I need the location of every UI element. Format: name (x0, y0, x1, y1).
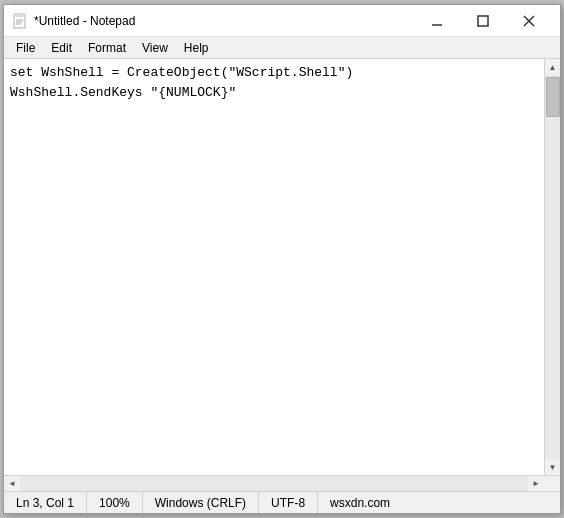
menu-file[interactable]: File (8, 39, 43, 57)
scroll-thumb-vertical[interactable] (546, 77, 560, 117)
zoom-level: 100% (87, 492, 143, 513)
close-button[interactable] (506, 5, 552, 37)
menu-bar: File Edit Format View Help (4, 37, 560, 59)
scroll-up-button[interactable]: ▲ (545, 59, 560, 75)
title-bar-left: *Untitled - Notepad (12, 13, 135, 29)
scrollbar-corner (544, 476, 560, 492)
scroll-left-button[interactable]: ◄ (4, 476, 20, 491)
notepad-icon (12, 13, 28, 29)
scroll-track-vertical[interactable] (545, 75, 560, 459)
horizontal-scrollbar: ◄ ► (4, 476, 544, 491)
cursor-position: Ln 3, Col 1 (4, 492, 87, 513)
line-ending: Windows (CRLF) (143, 492, 259, 513)
menu-help[interactable]: Help (176, 39, 217, 57)
menu-view[interactable]: View (134, 39, 176, 57)
svg-rect-6 (478, 16, 488, 26)
editor-container: set WshShell = CreateObject("WScript.She… (4, 59, 560, 475)
title-bar-buttons (414, 5, 552, 37)
notepad-window: *Untitled - Notepad File Ed (3, 4, 561, 514)
vertical-scrollbar: ▲ ▼ (544, 59, 560, 475)
status-bar: Ln 3, Col 1 100% Windows (CRLF) UTF-8 ws… (4, 491, 560, 513)
scroll-right-button[interactable]: ► (528, 476, 544, 491)
minimize-button[interactable] (414, 5, 460, 37)
website: wsxdn.com (318, 492, 402, 513)
horizontal-scrollbar-container: ◄ ► (4, 475, 560, 491)
menu-format[interactable]: Format (80, 39, 134, 57)
menu-edit[interactable]: Edit (43, 39, 80, 57)
window-title: *Untitled - Notepad (34, 14, 135, 28)
maximize-button[interactable] (460, 5, 506, 37)
scroll-track-horizontal[interactable] (20, 476, 528, 491)
encoding: UTF-8 (259, 492, 318, 513)
scroll-down-button[interactable]: ▼ (545, 459, 560, 475)
text-editor[interactable]: set WshShell = CreateObject("WScript.She… (4, 59, 544, 475)
title-bar: *Untitled - Notepad (4, 5, 560, 37)
svg-rect-1 (14, 14, 25, 17)
